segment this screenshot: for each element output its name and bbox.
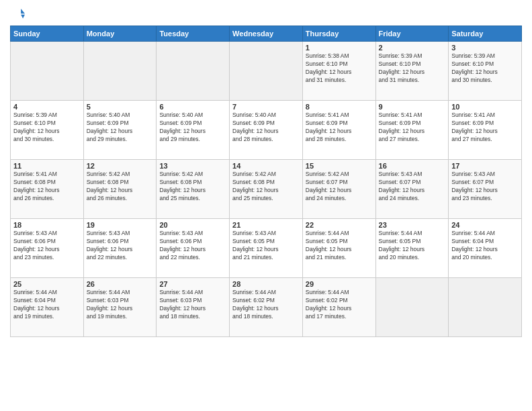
day-info: Sunrise: 5:40 AM Sunset: 6:09 PM Dayligh… [159,111,226,144]
day-number: 7 [232,103,300,111]
day-info: Sunrise: 5:43 AM Sunset: 6:07 PM Dayligh… [379,171,446,203]
day-number: 8 [306,103,373,111]
day-number: 15 [306,162,373,170]
day-number: 17 [451,162,519,170]
day-info: Sunrise: 5:44 AM Sunset: 6:02 PM Dayligh… [306,289,373,321]
calendar-cell: 6Sunrise: 5:40 AM Sunset: 6:09 PM Daylig… [157,101,230,160]
day-number: 14 [232,162,300,170]
day-number: 1 [306,44,373,52]
day-header-sunday: Sunday [11,26,84,42]
calendar-cell: 9Sunrise: 5:41 AM Sunset: 6:09 PM Daylig… [375,101,449,160]
day-header-tuesday: Tuesday [157,26,230,42]
day-info: Sunrise: 5:44 AM Sunset: 6:05 PM Dayligh… [306,230,373,262]
day-info: Sunrise: 5:41 AM Sunset: 6:09 PM Dayligh… [379,111,446,144]
day-number: 18 [13,221,81,229]
calendar-cell: 16Sunrise: 5:43 AM Sunset: 6:07 PM Dayli… [375,160,449,219]
logo [10,7,28,21]
week-row-5: 25Sunrise: 5:44 AM Sunset: 6:04 PM Dayli… [11,278,522,337]
day-info: Sunrise: 5:44 AM Sunset: 6:04 PM Dayligh… [451,230,519,262]
day-info: Sunrise: 5:38 AM Sunset: 6:10 PM Dayligh… [306,52,373,85]
day-info: Sunrise: 5:42 AM Sunset: 6:07 PM Dayligh… [306,171,373,203]
day-info: Sunrise: 5:44 AM Sunset: 6:03 PM Dayligh… [87,289,154,321]
calendar-cell: 14Sunrise: 5:42 AM Sunset: 6:08 PM Dayli… [230,160,303,219]
day-number: 29 [306,280,373,288]
day-number: 5 [87,103,154,111]
week-row-4: 18Sunrise: 5:43 AM Sunset: 6:06 PM Dayli… [11,219,522,278]
day-number: 22 [306,221,373,229]
calendar-cell: 3Sunrise: 5:39 AM Sunset: 6:10 PM Daylig… [449,42,522,101]
day-info: Sunrise: 5:42 AM Sunset: 6:08 PM Dayligh… [87,171,154,203]
day-header-saturday: Saturday [449,26,522,42]
day-number: 24 [451,221,519,229]
calendar-cell: 20Sunrise: 5:43 AM Sunset: 6:06 PM Dayli… [157,219,230,278]
day-info: Sunrise: 5:44 AM Sunset: 6:04 PM Dayligh… [13,289,81,321]
calendar-cell [157,42,230,101]
page: SundayMondayTuesdayWednesdayThursdayFrid… [0,0,532,411]
day-number: 4 [13,103,81,111]
day-info: Sunrise: 5:43 AM Sunset: 6:06 PM Dayligh… [159,230,226,262]
week-row-2: 4Sunrise: 5:39 AM Sunset: 6:10 PM Daylig… [11,101,522,160]
calendar-cell: 11Sunrise: 5:41 AM Sunset: 6:08 PM Dayli… [11,160,84,219]
calendar-cell: 15Sunrise: 5:42 AM Sunset: 6:07 PM Dayli… [302,160,375,219]
calendar-cell: 18Sunrise: 5:43 AM Sunset: 6:06 PM Dayli… [11,219,84,278]
day-number: 13 [159,162,226,170]
day-number: 26 [87,280,154,288]
day-number: 27 [159,280,226,288]
calendar-cell: 12Sunrise: 5:42 AM Sunset: 6:08 PM Dayli… [83,160,157,219]
day-number: 23 [379,221,446,229]
calendar-cell: 19Sunrise: 5:43 AM Sunset: 6:06 PM Dayli… [83,219,157,278]
calendar-cell: 29Sunrise: 5:44 AM Sunset: 6:02 PM Dayli… [302,278,375,337]
week-row-1: 1Sunrise: 5:38 AM Sunset: 6:10 PM Daylig… [11,42,522,101]
svg-marker-1 [21,15,25,19]
calendar-cell: 17Sunrise: 5:43 AM Sunset: 6:07 PM Dayli… [449,160,522,219]
calendar-cell: 21Sunrise: 5:43 AM Sunset: 6:05 PM Dayli… [230,219,303,278]
calendar-cell [375,278,449,337]
day-info: Sunrise: 5:42 AM Sunset: 6:08 PM Dayligh… [159,171,226,203]
day-header-monday: Monday [83,26,157,42]
day-number: 11 [13,162,81,170]
day-info: Sunrise: 5:43 AM Sunset: 6:05 PM Dayligh… [232,230,300,262]
day-info: Sunrise: 5:39 AM Sunset: 6:10 PM Dayligh… [379,52,446,85]
day-number: 10 [451,103,519,111]
day-info: Sunrise: 5:44 AM Sunset: 6:02 PM Dayligh… [232,289,300,321]
calendar-cell: 7Sunrise: 5:40 AM Sunset: 6:09 PM Daylig… [230,101,303,160]
calendar-cell: 5Sunrise: 5:40 AM Sunset: 6:09 PM Daylig… [83,101,157,160]
calendar-cell [230,42,303,101]
calendar-cell [449,278,522,337]
calendar-cell: 26Sunrise: 5:44 AM Sunset: 6:03 PM Dayli… [83,278,157,337]
day-number: 28 [232,280,300,288]
calendar-cell [83,42,157,101]
calendar-cell: 13Sunrise: 5:42 AM Sunset: 6:08 PM Dayli… [157,160,230,219]
day-info: Sunrise: 5:44 AM Sunset: 6:03 PM Dayligh… [159,289,226,321]
svg-marker-0 [21,9,25,13]
days-header-row: SundayMondayTuesdayWednesdayThursdayFrid… [11,26,522,42]
day-info: Sunrise: 5:43 AM Sunset: 6:07 PM Dayligh… [451,171,519,203]
logo-icon [10,7,25,21]
day-number: 12 [87,162,154,170]
calendar-cell: 10Sunrise: 5:41 AM Sunset: 6:09 PM Dayli… [449,101,522,160]
calendar-cell [11,42,84,101]
day-info: Sunrise: 5:41 AM Sunset: 6:08 PM Dayligh… [13,171,81,203]
header [10,7,522,21]
day-number: 2 [379,44,446,52]
day-info: Sunrise: 5:42 AM Sunset: 6:08 PM Dayligh… [232,171,300,203]
calendar-cell: 25Sunrise: 5:44 AM Sunset: 6:04 PM Dayli… [11,278,84,337]
calendar-cell: 24Sunrise: 5:44 AM Sunset: 6:04 PM Dayli… [449,219,522,278]
day-info: Sunrise: 5:40 AM Sunset: 6:09 PM Dayligh… [232,111,300,144]
day-number: 25 [13,280,81,288]
day-info: Sunrise: 5:40 AM Sunset: 6:09 PM Dayligh… [87,111,154,144]
day-info: Sunrise: 5:41 AM Sunset: 6:09 PM Dayligh… [306,111,373,144]
day-number: 19 [87,221,154,229]
calendar-cell: 8Sunrise: 5:41 AM Sunset: 6:09 PM Daylig… [302,101,375,160]
day-header-wednesday: Wednesday [230,26,303,42]
calendar-table: SundayMondayTuesdayWednesdayThursdayFrid… [10,26,522,337]
day-number: 9 [379,103,446,111]
day-info: Sunrise: 5:39 AM Sunset: 6:10 PM Dayligh… [13,111,81,144]
calendar-cell: 1Sunrise: 5:38 AM Sunset: 6:10 PM Daylig… [302,42,375,101]
week-row-3: 11Sunrise: 5:41 AM Sunset: 6:08 PM Dayli… [11,160,522,219]
day-info: Sunrise: 5:44 AM Sunset: 6:05 PM Dayligh… [379,230,446,262]
calendar-cell: 4Sunrise: 5:39 AM Sunset: 6:10 PM Daylig… [11,101,84,160]
calendar-cell: 2Sunrise: 5:39 AM Sunset: 6:10 PM Daylig… [375,42,449,101]
day-info: Sunrise: 5:43 AM Sunset: 6:06 PM Dayligh… [13,230,81,262]
day-header-friday: Friday [375,26,449,42]
